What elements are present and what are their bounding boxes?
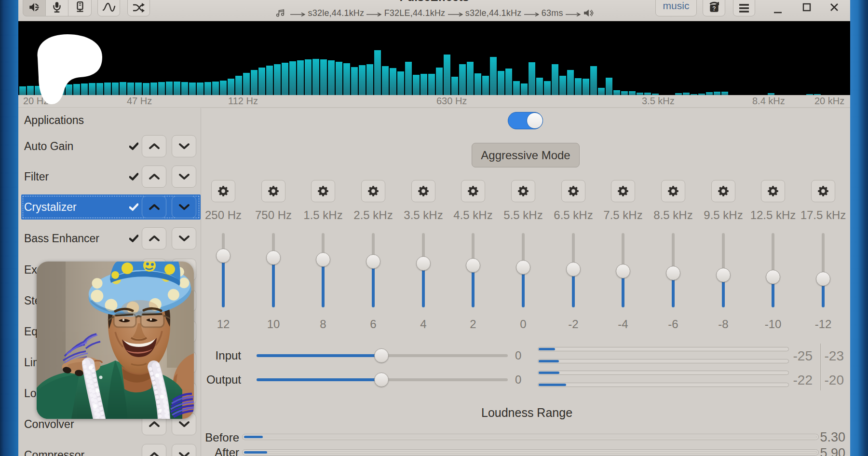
svg-text:?: ?	[712, 5, 716, 12]
